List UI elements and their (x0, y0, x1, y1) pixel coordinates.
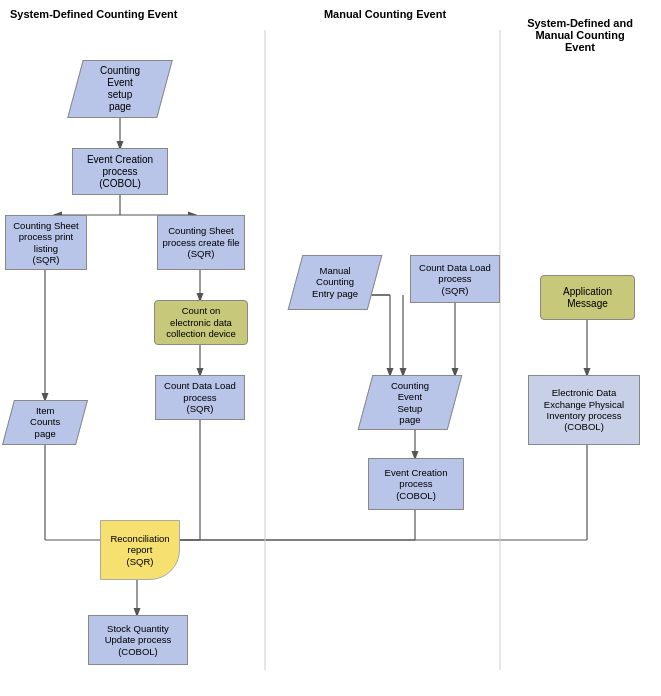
item-counts: Item Counts page (2, 400, 88, 445)
counting-sheet-print: Counting Sheet process print listing (SQ… (5, 215, 87, 270)
counting-event-setup2: Counting Event Setup page (358, 375, 463, 430)
edi-process: Electronic Data Exchange Physical Invent… (528, 375, 640, 445)
diagram-container: System-Defined Counting Event Manual Cou… (0, 0, 661, 696)
stock-quantity-update: Stock Quantity Update process (COBOL) (88, 615, 188, 665)
col3-header: System-Defined and Manual Counting Event (505, 5, 655, 53)
manual-counting-entry: Manual Counting Entry page (288, 255, 383, 310)
reconciliation-report: Reconciliation report (SQR) (100, 520, 180, 580)
event-creation-cobol2: Event Creation process (COBOL) (368, 458, 464, 510)
count-electronic: Count on electronic data collection devi… (154, 300, 248, 345)
col2-header: Manual Counting Event (275, 8, 495, 20)
count-data-load2: Count Data Load process (SQR) (410, 255, 500, 303)
counting-sheet-file: Counting Sheet process create file (SQR) (157, 215, 245, 270)
application-message: Application Message (540, 275, 635, 320)
event-creation-cobol1: Event Creation process (COBOL) (72, 148, 168, 195)
counting-event-setup: Counting Event setup page (67, 60, 173, 118)
col1-header: System-Defined Counting Event (10, 8, 250, 20)
count-data-load1: Count Data Load process (SQR) (155, 375, 245, 420)
